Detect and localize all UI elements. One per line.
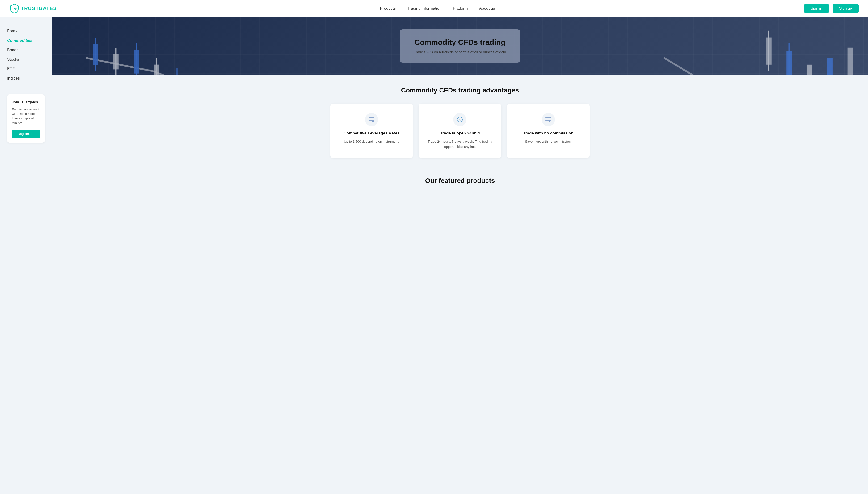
svg-rect-34: [546, 120, 551, 121]
featured-section: Our featured products: [52, 168, 868, 201]
header-actions: Sign in Sign up: [804, 4, 858, 13]
leverage-icon: [365, 113, 378, 126]
sidebar-item-commodities[interactable]: Commodities: [7, 36, 45, 45]
sidebar-item-etf[interactable]: ETF: [7, 64, 45, 74]
commission-icon: [542, 113, 555, 126]
nav-products[interactable]: Products: [380, 6, 396, 11]
header: TG TRUSTGATES Products Trading informati…: [0, 0, 868, 17]
leverage-icon-svg: [368, 116, 375, 124]
nav-trading-info[interactable]: Trading information: [407, 6, 442, 11]
clock-card: Trade is open 24h/5d Trade 24 hours, 5 d…: [418, 103, 502, 158]
sidebar-item-bonds[interactable]: Bonds: [7, 45, 45, 55]
signup-button[interactable]: Sign up: [833, 4, 858, 13]
svg-rect-25: [369, 119, 373, 119]
advantages-section: Commodity CFDs trading advantages Compet…: [52, 75, 868, 168]
advantages-grid: Competitive Leverages Rates Up to 1:500 …: [330, 103, 590, 158]
content-area: Commodity CFDs trading Trade CFDs on hun…: [52, 17, 868, 494]
svg-rect-26: [369, 120, 374, 121]
commission-card-title: Trade with no commission: [514, 131, 583, 136]
leverage-card-title: Competitive Leverages Rates: [337, 131, 406, 136]
commission-card: Trade with no commission Save more with …: [507, 103, 590, 158]
signin-button[interactable]: Sign in: [804, 4, 829, 13]
hero-title: Commodity CFDs trading: [414, 38, 506, 47]
svg-point-31: [459, 119, 460, 120]
hero-banner: Commodity CFDs trading Trade CFDs on hun…: [52, 17, 868, 75]
svg-rect-24: [369, 117, 374, 118]
join-title: Join Trustgates: [12, 100, 40, 104]
commission-card-text: Save more with no commission.: [514, 139, 583, 144]
commission-icon-svg: [545, 116, 552, 124]
logo-text: TRUSTGATES: [21, 5, 57, 12]
logo[interactable]: TG TRUSTGATES: [10, 3, 57, 14]
sidebar-item-forex[interactable]: Forex: [7, 26, 45, 36]
sidebar-item-indices[interactable]: Indices: [7, 74, 45, 83]
advantages-title: Commodity CFDs trading advantages: [61, 87, 858, 94]
clock-icon: [453, 113, 467, 126]
main-container: Forex Commodities Bonds Stocks ETF Indic…: [0, 17, 868, 494]
register-button[interactable]: Registation: [12, 130, 40, 138]
hero-card: Commodity CFDs trading Trade CFDs on hun…: [400, 30, 520, 62]
svg-rect-21: [807, 65, 812, 75]
featured-title: Our featured products: [61, 177, 858, 185]
sidebar-join-box: Join Trustgates Creating an account will…: [7, 94, 45, 143]
leverage-card: Competitive Leverages Rates Up to 1:500 …: [330, 103, 413, 158]
svg-marker-35: [548, 121, 551, 122]
clock-card-title: Trade is open 24h/5d: [426, 131, 494, 136]
nav: Products Trading information Platform Ab…: [71, 6, 804, 11]
join-text: Creating an account will take no more th…: [12, 107, 40, 125]
clock-card-text: Trade 24 hours, 5 days a week. Find trad…: [426, 139, 494, 150]
svg-rect-32: [546, 117, 551, 118]
clock-icon-svg: [456, 116, 464, 124]
svg-text:TG: TG: [12, 7, 17, 11]
svg-rect-22: [827, 58, 833, 75]
nav-about-us[interactable]: About us: [479, 6, 495, 11]
svg-rect-33: [546, 119, 550, 119]
sidebar: Forex Commodities Bonds Stocks ETF Indic…: [0, 17, 52, 494]
logo-icon: TG: [10, 3, 19, 14]
sidebar-item-stocks[interactable]: Stocks: [7, 55, 45, 64]
nav-platform[interactable]: Platform: [453, 6, 468, 11]
hero-subtitle: Trade CFDs on hundreds of barrels of oil…: [414, 50, 506, 54]
svg-rect-23: [848, 48, 853, 75]
leverage-card-text: Up to 1:500 depending on instrument.: [337, 139, 406, 144]
